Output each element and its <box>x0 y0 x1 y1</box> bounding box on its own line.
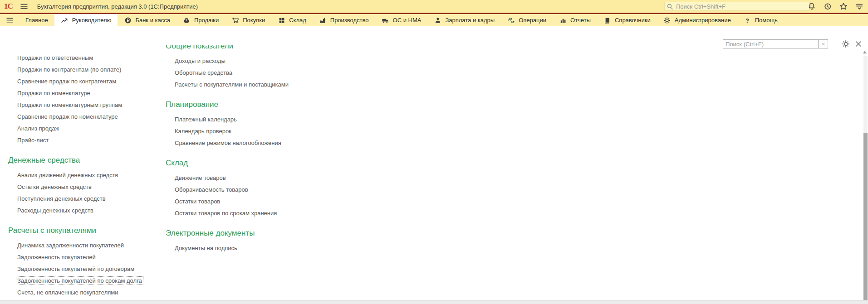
window-title: Бухгалтерия предприятия, редакция 3.0 (1… <box>37 3 198 10</box>
tab-bank-cash[interactable]: Банк и касса <box>118 14 177 26</box>
dtkt-icon: ДтКт <box>507 16 515 24</box>
tab-label: Покупки <box>243 17 265 24</box>
section-title: Электронные документы <box>166 228 322 238</box>
tab-operations[interactable]: ДтКтОперации <box>501 14 553 26</box>
menu-item[interactable]: Оборотные средства <box>166 67 322 79</box>
tab-production[interactable]: Производство <box>313 14 375 26</box>
tab-help[interactable]: ?Помощь <box>737 14 784 26</box>
menu-item[interactable]: Расходы денежных средств <box>8 205 160 217</box>
menu-item[interactable]: Документы на подпись <box>166 242 322 254</box>
menu-item[interactable]: Сравнение продаж по контрагентам <box>8 76 160 87</box>
tab-label: Главное <box>25 17 48 24</box>
section-title: Расчеты с покупателями <box>8 226 160 235</box>
menu-item[interactable]: Продажи по номенклатуре <box>8 87 160 99</box>
window-bottom-edge <box>0 300 868 304</box>
tab-main[interactable]: Главное <box>19 14 54 26</box>
tab-manager[interactable]: Руководителю <box>54 14 118 26</box>
menu-item[interactable]: Платежный календарь <box>166 114 322 125</box>
menu-item-label: Сравнение продаж по контрагентам <box>17 78 116 85</box>
section-title: Склад <box>166 158 322 168</box>
cart-icon <box>231 16 239 24</box>
menu-item[interactable]: Поступления денежных средств <box>8 193 160 205</box>
menu-item[interactable]: Продажи по ответственным <box>8 52 160 64</box>
menu-section: Электронные документыДокументы на подпис… <box>166 228 322 254</box>
menu-item[interactable]: Задолженность покупателей по договорам <box>8 263 160 275</box>
tab-sales[interactable]: Продажи <box>177 14 225 26</box>
tab-label: Справочники <box>615 17 651 24</box>
tab-warehouse[interactable]: Склад <box>271 14 313 26</box>
menu-item-label: Сравнение продаж по номенклатуре <box>17 113 118 120</box>
tab-label: Склад <box>289 17 306 24</box>
tab-payroll-hr[interactable]: Зарплата и кадры <box>427 14 501 26</box>
svg-text:?: ? <box>745 17 749 24</box>
menu-section: Расчеты с покупателямиДинамика задолженн… <box>8 226 160 299</box>
tab-administration[interactable]: Администрирование <box>657 14 737 26</box>
menu-item-label: Календарь проверок <box>175 128 231 135</box>
main-menu-icon[interactable] <box>855 2 863 10</box>
menu-item[interactable]: Задолженность покупателей <box>8 251 160 263</box>
scrollbar-thumb[interactable] <box>863 133 868 300</box>
menu-item-label: Расчеты с покупателями и поставщиками <box>175 81 289 88</box>
tab-fixed-assets[interactable]: ОС и НМА <box>375 14 428 26</box>
tab-purchases[interactable]: Покупки <box>225 14 271 26</box>
menu-item[interactable]: Расчеты с покупателями и поставщиками <box>166 79 322 91</box>
menu-item-label: Задолженность покупателей <box>17 254 96 261</box>
menu-item[interactable]: Оборачиваемость товаров <box>166 184 322 196</box>
history-icon[interactable] <box>824 2 832 10</box>
notifications-bell-icon[interactable] <box>808 2 816 10</box>
menu-section: Продажи по ответственнымПродажи по контр… <box>8 45 160 146</box>
menu-item[interactable]: Динамика задолженности покупателей <box>8 240 160 251</box>
function-menu: Продажи по ответственнымПродажи по контр… <box>0 45 858 300</box>
scrollbar-up-arrow[interactable] <box>863 51 867 53</box>
system-menu-icon[interactable] <box>20 2 28 10</box>
trend-icon <box>61 16 69 24</box>
menu-item[interactable]: Календарь проверок <box>166 125 322 137</box>
global-search-input[interactable] <box>675 3 807 10</box>
menu-item[interactable]: Сравнение продаж по номенклатуре <box>8 111 160 123</box>
menu-item[interactable]: Продажи по номенклатурным группам <box>8 99 160 111</box>
menu-item[interactable]: Сравнение режимов налогообложения <box>166 137 322 149</box>
svg-text:Кт: Кт <box>511 20 515 24</box>
window-titlebar: 1С Бухгалтерия предприятия, редакция 3.0… <box>0 0 868 13</box>
global-search[interactable] <box>664 2 809 11</box>
menu-item-label: Оборотные средства <box>175 69 232 76</box>
titlebar-actions <box>808 2 863 10</box>
menu-item-label: Анализ продаж <box>17 125 59 132</box>
books-icon <box>603 16 611 24</box>
menu-item-label: Остатки денежных средств <box>17 183 92 190</box>
menu-item[interactable]: Остатки товаров <box>166 196 322 207</box>
1c-logo: 1С <box>4 2 13 11</box>
menu-item[interactable]: Движение товаров <box>166 172 322 184</box>
tab-reports[interactable]: Отчеты <box>553 14 597 26</box>
menu-item-label: Документы на подпись <box>175 245 237 251</box>
tab-label: Производство <box>330 17 369 24</box>
menu-item-label: Движение товаров <box>175 174 226 181</box>
sections-menu-icon[interactable] <box>0 14 19 26</box>
favorites-star-icon[interactable] <box>839 2 848 10</box>
menu-item[interactable]: Анализ продаж <box>8 123 160 135</box>
menu-item[interactable]: Прайс-лист <box>8 135 160 146</box>
menu-item-label: Анализ движений денежных средств <box>17 172 118 179</box>
tab-label: Руководителю <box>72 17 112 24</box>
tab-directories[interactable]: Справочники <box>597 14 657 26</box>
nav-tabs: ГлавноеРуководителюБанк и кассаПродажиПо… <box>19 14 784 26</box>
menu-item-label-focused: Задолженность покупателей по срокам долг… <box>16 276 143 285</box>
menu-item[interactable]: Счета, не оплаченные покупателями <box>8 287 160 299</box>
menu-column-1: Продажи по ответственнымПродажи по контр… <box>8 45 160 299</box>
vertical-scrollbar[interactable] <box>863 56 868 300</box>
menu-item-label: Задолженность покупателей по договорам <box>17 265 134 272</box>
tab-label: Помощь <box>755 17 778 24</box>
menu-section: СкладДвижение товаровОборачиваемость тов… <box>166 158 322 219</box>
menu-item-label: Поступления денежных средств <box>17 195 106 202</box>
menu-item[interactable]: Задолженность покупателей по срокам долг… <box>8 275 160 287</box>
menu-item-label: Доходы и расходы <box>175 58 226 64</box>
tab-label: Операции <box>519 17 546 24</box>
menu-item[interactable]: Продажи по контрагентам (по оплате) <box>8 64 160 76</box>
menu-item-label: Счета, не оплаченные покупателями <box>17 289 118 296</box>
menu-item[interactable]: Анализ движений денежных средств <box>8 169 160 181</box>
menu-item[interactable]: Доходы и расходы <box>166 55 322 67</box>
menu-item[interactable]: Остатки денежных средств <box>8 181 160 193</box>
section-title: Общие показатели <box>166 45 322 51</box>
tab-label: Администрирование <box>675 17 731 24</box>
menu-item[interactable]: Остатки товаров по срокам хранения <box>166 207 322 219</box>
